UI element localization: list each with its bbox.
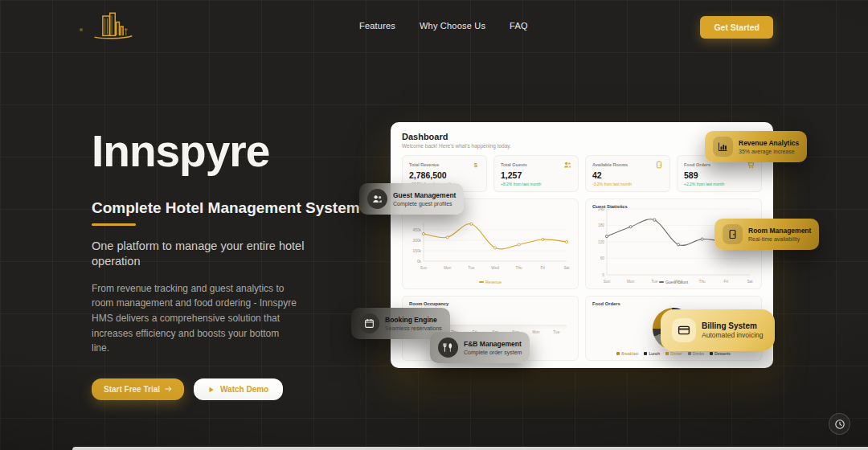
users-icon — [563, 161, 571, 169]
decorative-dot — [80, 28, 83, 31]
svg-text:Fri: Fri — [724, 280, 729, 284]
play-icon — [208, 386, 215, 392]
badge-title: Guest Management — [393, 191, 456, 199]
stat-value: 589 — [684, 170, 755, 180]
badge-title: Room Management — [748, 227, 811, 235]
logo-buildings-icon[interactable] — [90, 11, 135, 43]
utensils-icon — [443, 342, 453, 353]
stat-label: Total Revenue — [409, 162, 439, 167]
svg-text:Mon: Mon — [444, 266, 452, 270]
svg-text:Tue: Tue — [468, 266, 474, 270]
main-nav: Features Why Choose Us FAQ — [359, 21, 528, 31]
stat-delta: +8.2% from last month — [501, 182, 571, 186]
door-icon — [655, 161, 663, 169]
badge-subtitle: 35% average increase — [739, 149, 799, 154]
arrow-right-icon — [165, 385, 172, 394]
svg-text:Mon: Mon — [627, 280, 635, 284]
svg-text:0k: 0k — [417, 260, 422, 264]
svg-text:Sun: Sun — [604, 280, 611, 284]
feature-badge-revenue-analytics[interactable]: Revenue Analytics 35% average increase — [705, 131, 807, 162]
hero-buttons: Start Free Trial Watch Demo — [92, 378, 369, 400]
get-started-button[interactable]: Get Started — [700, 16, 773, 39]
svg-text:Wed: Wed — [674, 280, 682, 284]
stat-label: Available Rooms — [592, 162, 628, 167]
svg-text:60: 60 — [600, 256, 605, 260]
svg-text:Mon: Mon — [532, 330, 540, 334]
svg-text:0: 0 — [602, 273, 604, 277]
chart-legend: Revenue — [409, 278, 571, 285]
users-icon — [372, 194, 383, 204]
watch-demo-label: Watch Demo — [220, 385, 268, 394]
accent-underline — [92, 223, 136, 226]
start-free-trial-label: Start Free Trial — [104, 385, 160, 394]
svg-text:Sat: Sat — [563, 266, 570, 270]
stat-value: 1,257 — [501, 170, 571, 180]
hero-description: From revenue tracking and guest analytic… — [92, 281, 299, 356]
svg-text:Thu: Thu — [699, 280, 706, 284]
hero-subtitle: Complete Hotel Management System — [92, 199, 369, 217]
badge-subtitle: Automated invoicing — [702, 331, 764, 339]
nav-item-features[interactable]: Features — [359, 21, 395, 31]
nav-item-faq[interactable]: FAQ — [510, 21, 528, 31]
feature-badge-fnb-management[interactable]: F&B Management Complete order system — [430, 332, 530, 363]
badge-title: Booking Engine — [385, 316, 442, 324]
stat-card-total-guests: Total Guests 1,257 +8.2% from last month — [493, 155, 579, 192]
dollar-icon: $ — [472, 161, 480, 169]
badge-title: Billing System — [702, 321, 764, 330]
svg-text:Sun: Sun — [420, 266, 428, 270]
svg-text:Sat: Sat — [747, 280, 753, 284]
svg-text:150k: 150k — [413, 249, 422, 253]
svg-text:180: 180 — [598, 223, 604, 227]
hero-section: Innspyre Complete Hotel Management Syste… — [92, 129, 369, 400]
badge-subtitle: Real-time availability — [748, 236, 811, 242]
door-icon — [727, 229, 738, 239]
stat-card-available-rooms: Available Rooms 42 -3.2% from last month — [585, 155, 670, 192]
stat-delta: -3.2% from last month — [592, 182, 663, 186]
watch-demo-button[interactable]: Watch Demo — [194, 378, 283, 400]
badge-subtitle: Complete order system — [464, 350, 522, 355]
feature-badge-room-management[interactable]: Room Management Real-time availability — [714, 219, 819, 250]
credit-card-icon — [678, 324, 690, 337]
badge-subtitle: Seamless reservations — [385, 325, 442, 331]
revenue-line-chart: 0k150k300k450kSunMonTueWedThuFriSat — [409, 211, 571, 278]
stat-label: Total Guests — [501, 162, 527, 167]
svg-text:Tue: Tue — [651, 280, 657, 284]
svg-text:Fri: Fri — [541, 266, 546, 270]
badge-title: F&B Management — [464, 340, 522, 348]
svg-text:120: 120 — [598, 240, 604, 244]
badge-title: Revenue Analytics — [739, 139, 799, 147]
badge-subtitle: Complete guest profiles — [393, 201, 456, 207]
page-title: Innspyre — [92, 129, 369, 175]
chart-bar-icon — [718, 141, 728, 152]
stat-label: Food Orders — [684, 162, 710, 167]
panel-title: Room Occupancy — [409, 301, 571, 308]
start-free-trial-button[interactable]: Start Free Trial — [92, 378, 184, 400]
svg-text:Thu: Thu — [516, 266, 523, 270]
theme-toggle-button[interactable] — [829, 413, 850, 435]
header: Features Why Choose Us FAQ Get Started — [0, 0, 868, 53]
clock-icon — [834, 419, 845, 430]
feature-badge-billing-system[interactable]: Billing System Automated invoicing — [661, 309, 775, 351]
page-background: Features Why Choose Us FAQ Get Started I… — [0, 0, 868, 450]
svg-text:450k: 450k — [413, 228, 422, 232]
feature-badge-guest-management[interactable]: Guest Management Complete guest profiles — [359, 183, 464, 215]
stat-value: 42 — [592, 170, 663, 180]
svg-text:$: $ — [474, 162, 478, 169]
stat-delta: +2.2% from last month — [684, 182, 755, 186]
stat-value: 2,786,500 — [409, 170, 480, 180]
nav-item-why-choose-us[interactable]: Why Choose Us — [420, 21, 485, 31]
hero-tagline: One platform to manage your entire hotel… — [92, 239, 325, 270]
svg-text:Wed: Wed — [491, 266, 499, 270]
panel-title: Food Orders — [592, 301, 755, 308]
svg-text:Tue: Tue — [553, 330, 559, 334]
calendar-icon — [364, 318, 375, 329]
svg-text:300k: 300k — [413, 239, 422, 243]
next-section-edge — [72, 447, 868, 450]
svg-text:240: 240 — [598, 207, 604, 211]
